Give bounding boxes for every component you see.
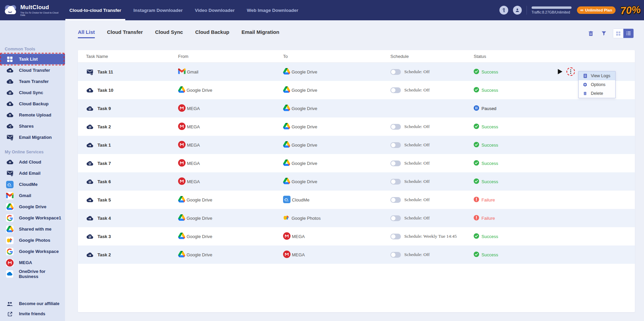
table-row-task-10[interactable]: Task 10Google DriveGoogle DriveSchedule:… — [78, 81, 635, 99]
context-menu-options[interactable]: Options — [579, 80, 615, 89]
schedule-toggle[interactable] — [390, 160, 401, 166]
sidebar-item-shared-with-me[interactable]: Shared with me — [0, 223, 65, 235]
sidebar-item-add-cloud[interactable]: Add Cloud — [0, 156, 65, 168]
status-label: Success — [481, 69, 498, 74]
play-task-button[interactable] — [557, 69, 563, 74]
status-success-icon — [474, 252, 479, 258]
sidebar-item-gmail[interactable]: Gmail — [0, 190, 65, 201]
schedule-toggle[interactable] — [390, 234, 401, 239]
sidebar-item-cloud-backup[interactable]: Cloud Backup — [0, 98, 65, 109]
email-migration-icon — [86, 68, 93, 76]
sidebar-item-label: Shares — [19, 124, 34, 129]
sidebar-item-cloudme[interactable]: CloudMe — [0, 179, 65, 190]
task-list-card: Task Name From To Schedule Status Task 1… — [78, 50, 635, 312]
sidebar-item-google-photos[interactable]: Google Photos — [0, 235, 65, 246]
tab-cloud-backup[interactable]: Cloud Backup — [195, 29, 229, 38]
schedule-toggle[interactable] — [390, 179, 401, 185]
from-service-name: MEGA — [187, 179, 200, 184]
sidebar-item-cloud-sync[interactable]: Cloud Sync — [0, 87, 65, 98]
list-view-icon[interactable] — [623, 29, 634, 38]
table-row-task-5[interactable]: Task 5Google DriveCloudMeSchedule: OffFa… — [78, 191, 635, 209]
sidebar-item-team-transfer[interactable]: Team Transfer — [0, 76, 65, 87]
tab-cloud-transfer[interactable]: Cloud Transfer — [107, 29, 143, 38]
google-drive-icon — [178, 251, 185, 258]
nav-link-cloud-to-cloud-transfer[interactable]: Cloud-to-cloud Transfer — [69, 0, 121, 20]
sidebar-footer-invite-friends[interactable]: Invite friends — [0, 309, 65, 319]
task-list-icon — [6, 56, 14, 63]
google-drive-icon — [283, 68, 290, 76]
add-cloud-icon — [6, 158, 14, 166]
promo-70-badge[interactable]: 70% — [620, 4, 641, 17]
sidebar-item-label: Gmail — [19, 193, 31, 198]
context-menu-view-logs[interactable]: View Logs — [579, 71, 615, 80]
task-name: Task 10 — [98, 88, 113, 93]
sidebar-item-cloud-transfer[interactable]: Cloud Transfer — [0, 65, 65, 76]
table-row-task-2[interactable]: Task 2MEGAGoogle DriveSchedule: OffSucce… — [78, 117, 635, 136]
sidebar-item-mega[interactable]: MEGA — [0, 257, 65, 268]
sidebar-item-task-list[interactable]: Task List — [0, 54, 65, 64]
sidebar-item-label: Google Workspace — [19, 249, 59, 254]
kebab-menu-icon[interactable] — [570, 69, 571, 74]
sidebar-item-label: Add Cloud — [19, 159, 41, 165]
to-service-name: Google Drive — [292, 88, 317, 93]
sidebar-item-add-email[interactable]: Add Email — [0, 168, 65, 179]
status-success-icon — [474, 124, 479, 130]
table-row-task-9[interactable]: Task 9MEGAGoogle DrivePaused — [78, 99, 635, 117]
sidebar-item-email-migration[interactable]: Email Migration — [0, 132, 65, 143]
table-row-task-1[interactable]: Task 1MEGAGoogle DriveSchedule: OffSucce… — [78, 136, 635, 154]
status-label: Success — [481, 124, 498, 129]
schedule-toggle[interactable] — [390, 252, 401, 258]
nav-link-web-image-downloader[interactable]: Web Image Downloader — [247, 0, 298, 20]
schedule-toggle[interactable] — [390, 197, 401, 203]
task-name: Task 6 — [98, 179, 111, 184]
delete-icon[interactable] — [587, 30, 595, 37]
google-g-icon — [6, 214, 14, 222]
sidebar-item-label: Cloud Transfer — [19, 68, 50, 73]
sidebar-item-remote-upload[interactable]: Remote Upload — [0, 109, 65, 121]
unlimited-plan-button[interactable]: ∞ Unlimited Plan — [577, 6, 616, 14]
tab-email-migration[interactable]: Email Migration — [241, 29, 279, 38]
affiliate-icon — [6, 300, 14, 307]
table-row-task-11[interactable]: Task 11GmailGoogle DriveSchedule: OffSuc… — [78, 63, 635, 81]
sidebar-item-label: Task List — [19, 57, 38, 62]
schedule-toggle[interactable] — [390, 215, 401, 221]
nav-link-instagram-downloader[interactable]: Instagram Downloader — [133, 0, 183, 20]
brand-logo[interactable]: MultCloud The Go-To Choice for Cloud-to-… — [0, 3, 63, 17]
cloud-sync-icon — [6, 89, 14, 97]
sidebar-item-google-drive[interactable]: Google Drive — [0, 201, 65, 212]
schedule-label: Schedule: Off — [404, 142, 430, 148]
schedule-toggle[interactable] — [390, 124, 401, 130]
mega-icon — [283, 232, 291, 241]
table-row-task-6[interactable]: Task 6MEGAGoogle DriveSchedule: OffSucce… — [78, 172, 635, 191]
mega-icon — [283, 251, 291, 259]
nav-link-video-downloader[interactable]: Video Downloader — [195, 0, 235, 20]
cloud-sync-icon — [86, 123, 93, 130]
schedule-toggle[interactable] — [390, 142, 401, 148]
grid-view-icon[interactable] — [613, 29, 623, 38]
filter-icon[interactable] — [600, 30, 607, 37]
user-icon[interactable] — [513, 6, 522, 15]
gmail-icon — [178, 68, 186, 75]
sidebar-item-shares[interactable]: Shares — [0, 121, 65, 132]
sidebar-footer-become-our-affiliate[interactable]: Become our affiliate — [0, 299, 65, 309]
schedule-toggle[interactable] — [390, 87, 401, 93]
google-photos-icon — [283, 214, 290, 222]
key-icon[interactable] — [499, 6, 508, 15]
tab-all-list[interactable]: All List — [78, 29, 95, 38]
col-task-name: Task Name — [86, 54, 178, 59]
sidebar-item-google-workspace[interactable]: Google Workspace — [0, 246, 65, 257]
context-menu-delete[interactable]: Delete — [579, 89, 615, 98]
mega-icon — [178, 177, 186, 186]
table-row-task-4[interactable]: Task 4Google DriveGoogle PhotosSchedule:… — [78, 209, 635, 227]
schedule-toggle[interactable] — [390, 69, 401, 75]
tab-cloud-sync[interactable]: Cloud Sync — [155, 29, 183, 38]
email-migration-icon — [6, 134, 14, 141]
sidebar-item-google-workspace1[interactable]: Google Workspace1 — [0, 212, 65, 223]
table-row-task-2[interactable]: Task 2Google DriveMEGASchedule: OffSucce… — [78, 245, 635, 264]
google-drive-icon — [6, 226, 14, 233]
table-row-task-7[interactable]: Task 7MEGAGoogle DriveSchedule: OffSucce… — [78, 154, 635, 172]
sidebar-item-onedrive-for-business[interactable]: OneDrive for Business — [0, 268, 65, 279]
table-row-task-3[interactable]: Task 3Google DriveMEGASchedule: Weekly T… — [78, 227, 635, 245]
sidebar-item-label: MEGA — [19, 260, 32, 265]
to-service-name: MEGA — [292, 234, 305, 239]
